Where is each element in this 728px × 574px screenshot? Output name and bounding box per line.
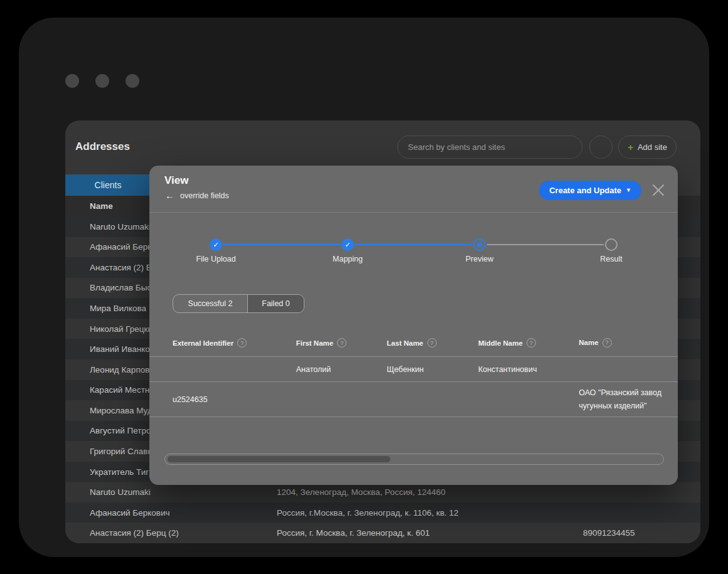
- step-connector: [223, 244, 340, 245]
- tab-failed[interactable]: Failed 0: [247, 295, 304, 312]
- window-dot: [126, 74, 139, 88]
- step-label-file-upload: File Upload: [150, 255, 282, 263]
- cell-name: ОАО "Рязанский завод чугунных изделий": [579, 386, 678, 412]
- window-dot: [95, 74, 109, 88]
- create-and-update-button[interactable]: Create and Update ▼: [539, 181, 641, 200]
- step-file-upload-check-icon: ✓: [210, 238, 222, 251]
- chevron-down-icon: ▼: [626, 188, 631, 193]
- back-link[interactable]: ← override fields: [165, 191, 229, 200]
- plus-icon: +: [628, 142, 633, 152]
- client-name-cell: Анастасия (2) Берц (2): [65, 528, 277, 538]
- client-phone-cell: 89091234455: [583, 528, 700, 538]
- result-tabs: Successful 2 Failed 0: [173, 294, 304, 313]
- create-and-update-label: Create and Update: [549, 186, 621, 195]
- window-dot: [65, 74, 79, 88]
- client-row[interactable]: Naruto Uzumaki 1204, Зеленоград, Москва,…: [65, 482, 700, 502]
- circle-button[interactable]: [589, 136, 613, 159]
- step-label-mapping: Mapping: [282, 255, 414, 263]
- page-title: Addresses: [75, 141, 130, 153]
- client-row[interactable]: Анастасия (2) Берц (2) Россия, г. Москва…: [65, 523, 700, 543]
- step-mapping-check-icon: ✓: [341, 238, 354, 251]
- help-icon[interactable]: ?: [602, 338, 612, 348]
- app-window: Addresses + Add site Clients Name Naruto…: [19, 18, 709, 557]
- preview-row: u2524635 ОАО "Рязанский завод чугунных и…: [149, 382, 678, 417]
- column-external-identifier: External Identifier ?: [173, 338, 296, 348]
- page-background: Addresses + Add site Clients Name Naruto…: [0, 0, 728, 574]
- horizontal-scrollbar[interactable]: [164, 454, 664, 465]
- search-field: [397, 136, 582, 159]
- help-icon[interactable]: ?: [527, 338, 536, 348]
- close-icon[interactable]: [651, 183, 665, 197]
- client-name-cell: Naruto Uzumaki: [65, 487, 277, 497]
- preview-row: Анатолий Щебенкин Константинович: [149, 357, 678, 382]
- client-address-cell: 1204, Зеленоград, Москва, Россия, 124460: [277, 487, 583, 497]
- cell-middle-name: Константинович: [478, 365, 579, 374]
- client-row[interactable]: Афанасий Беркович Россия, г.Москва, г. З…: [65, 502, 700, 523]
- step-label-preview: Preview: [414, 255, 545, 263]
- client-name-cell: Афанасий Беркович: [65, 508, 277, 518]
- step-preview-current-icon: [473, 238, 486, 251]
- help-icon[interactable]: ?: [427, 338, 437, 348]
- preview-table: External Identifier ? First Name ? Last …: [149, 329, 678, 417]
- step-connector: [487, 244, 604, 245]
- preview-table-header: External Identifier ? First Name ? Last …: [149, 329, 678, 357]
- column-middle-name: Middle Name ?: [478, 338, 579, 348]
- import-preview-modal: View ← override fields Create and Update…: [149, 166, 678, 485]
- cell-external-identifier: u2524635: [173, 395, 296, 404]
- tab-clients[interactable]: Clients: [65, 174, 151, 196]
- add-site-button[interactable]: + Add site: [618, 136, 677, 159]
- step-label-result: Result: [545, 255, 677, 263]
- step-result-circle-icon: [605, 238, 618, 251]
- scrollbar-thumb[interactable]: [168, 456, 390, 462]
- help-icon[interactable]: ?: [337, 338, 346, 348]
- cell-first-name: Анатолий: [296, 365, 387, 374]
- column-last-name: Last Name ?: [387, 338, 478, 348]
- cell-last-name: Щебенкин: [387, 365, 478, 374]
- help-icon[interactable]: ?: [237, 338, 247, 348]
- modal-title: View: [164, 174, 188, 187]
- back-link-label: override fields: [180, 191, 229, 200]
- client-address-cell: Россия, г. Москва, г. Зеленоград, к. 601: [277, 528, 583, 538]
- step-connector: [355, 244, 472, 245]
- client-address-cell: Россия, г.Москва, г. Зеленоград, к. 1106…: [277, 508, 583, 518]
- modal-header-divider: [149, 212, 678, 213]
- column-first-name: First Name ?: [296, 338, 387, 348]
- column-name: Name ?: [579, 337, 678, 349]
- search-input[interactable]: [397, 136, 582, 159]
- window-controls: [65, 74, 139, 88]
- back-arrow-icon: ←: [165, 191, 174, 200]
- tab-successful[interactable]: Successful 2: [173, 295, 247, 312]
- add-site-label: Add site: [638, 142, 667, 152]
